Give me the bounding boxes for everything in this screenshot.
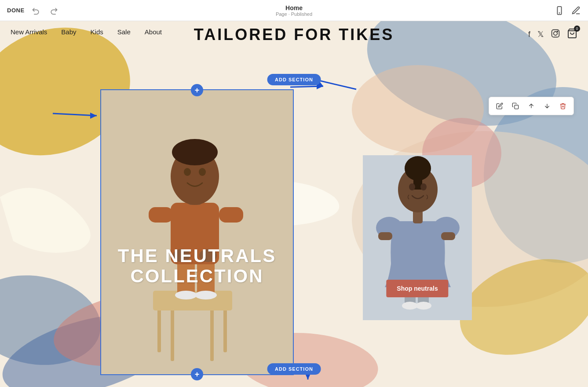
svg-point-49 — [420, 183, 427, 190]
move-down-button[interactable] — [540, 99, 554, 113]
girl-section: Shop neutrals — [363, 155, 472, 320]
nav-sale[interactable]: Sale — [117, 28, 131, 36]
top-bar: DONE Home Page · Published — [0, 0, 588, 21]
svg-rect-28 — [219, 207, 243, 223]
done-button[interactable]: DONE — [7, 7, 25, 14]
svg-rect-18 — [210, 308, 214, 361]
cart-icon[interactable]: 0 — [567, 28, 577, 40]
svg-point-25 — [195, 291, 217, 299]
edit-icon[interactable] — [571, 6, 581, 15]
add-section-bottom-button[interactable]: ADD SECTION — [267, 363, 321, 375]
mobile-preview-icon[interactable] — [555, 6, 564, 15]
svg-rect-43 — [441, 232, 455, 240]
svg-point-35 — [172, 139, 218, 165]
image-overlay-text: THE NEUTRALS COLLECTION — [101, 246, 293, 286]
nav-kids[interactable]: Kids — [91, 28, 103, 36]
svg-rect-19 — [157, 308, 161, 352]
nav-left: New Arrivals Baby Kids Sale About — [0, 28, 162, 36]
svg-rect-27 — [149, 207, 173, 223]
add-section-top-button[interactable]: ADD SECTION — [267, 74, 321, 85]
duplicate-button[interactable] — [508, 99, 522, 113]
cart-badge: 0 — [574, 26, 580, 32]
nav-right: f 𝕏 0 — [528, 28, 577, 40]
undo-button[interactable] — [30, 4, 42, 17]
nav-about[interactable]: About — [145, 28, 162, 36]
svg-rect-50 — [515, 105, 519, 109]
twitter-icon[interactable]: 𝕏 — [537, 29, 544, 39]
top-bar-right — [555, 6, 581, 15]
boy-image: THE NEUTRALS COLLECTION — [101, 90, 293, 374]
svg-point-34 — [199, 168, 206, 176]
add-block-bottom-button[interactable]: + — [191, 368, 203, 380]
svg-point-48 — [409, 183, 415, 190]
redo-button[interactable] — [47, 4, 60, 17]
nav-baby[interactable]: Baby — [61, 28, 76, 36]
add-block-top-button[interactable]: + — [191, 84, 203, 96]
svg-rect-20 — [223, 308, 227, 352]
page-name: Home — [276, 4, 312, 11]
facebook-icon[interactable]: f — [528, 30, 530, 39]
svg-point-24 — [175, 291, 197, 299]
svg-point-14 — [554, 31, 557, 35]
svg-point-39 — [416, 302, 431, 310]
svg-rect-42 — [378, 232, 392, 240]
svg-point-33 — [184, 168, 191, 176]
image-section[interactable]: IMAGE + — [100, 89, 294, 375]
edit-button[interactable] — [493, 99, 507, 113]
top-bar-center: Home Page · Published — [276, 4, 312, 17]
site-title: TAILORED FOR TIKES — [194, 26, 394, 44]
svg-point-38 — [402, 302, 418, 310]
delete-button[interactable] — [556, 99, 570, 113]
page-status: Page · Published — [276, 11, 312, 17]
nav-bar: New Arrivals Baby Kids Sale About TAILOR… — [0, 21, 588, 78]
svg-rect-13 — [552, 29, 559, 37]
svg-rect-17 — [171, 308, 174, 361]
svg-point-15 — [557, 31, 558, 32]
shop-neutrals-button[interactable]: Shop neutrals — [386, 280, 448, 297]
boy-image-canvas: THE NEUTRALS COLLECTION — [101, 90, 293, 374]
top-bar-left: DONE — [7, 4, 60, 17]
instagram-icon[interactable] — [551, 29, 560, 40]
toolbar — [489, 97, 574, 115]
nav-new-arrivals[interactable]: New Arrivals — [11, 28, 47, 36]
move-up-button[interactable] — [524, 99, 538, 113]
canvas: New Arrivals Baby Kids Sale About TAILOR… — [0, 21, 588, 387]
